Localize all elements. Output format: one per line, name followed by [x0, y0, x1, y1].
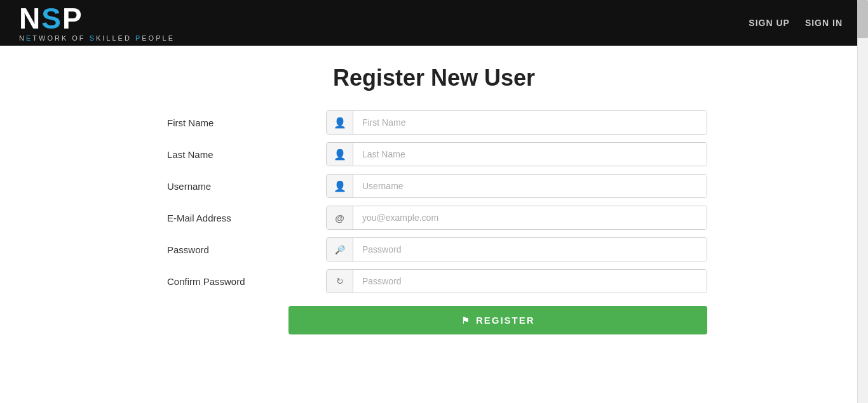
register-button-label: REGISTER: [476, 315, 535, 326]
username-label: Username: [161, 181, 326, 192]
scrollbar-track[interactable]: [857, 0, 868, 403]
refresh-icon: ↻: [327, 270, 353, 293]
submit-row: ⚑ REGISTER: [161, 301, 707, 334]
confirm-password-label: Confirm Password: [161, 276, 326, 287]
page-title: Register New User: [333, 65, 535, 91]
logo-text: NSP: [19, 4, 83, 33]
last-name-input[interactable]: [353, 143, 707, 166]
email-row: E-Mail Address @: [161, 206, 707, 230]
register-button[interactable]: ⚑ REGISTER: [288, 306, 707, 334]
confirm-password-input[interactable]: [353, 270, 707, 293]
confirm-password-input-group: ↻: [326, 269, 707, 293]
person-icon-1: 👤: [327, 111, 353, 134]
nav-links: SIGN UP SIGN IN: [749, 18, 843, 28]
at-icon: @: [327, 206, 353, 229]
flag-icon: ⚑: [461, 315, 471, 326]
signup-link[interactable]: SIGN UP: [749, 18, 790, 28]
first-name-input-group: 👤: [326, 110, 707, 135]
email-label: E-Mail Address: [161, 213, 326, 223]
key-icon: 🔎: [327, 238, 353, 261]
password-input-group: 🔎: [326, 237, 707, 261]
username-input-group: 👤: [326, 174, 707, 198]
logo-subtitle: NETWORK OF SKILLED PEOPLE: [19, 34, 175, 42]
username-row: Username 👤: [161, 174, 707, 198]
person-icon-3: 👤: [327, 175, 353, 197]
navbar: NSP NETWORK OF SKILLED PEOPLE SIGN UP SI…: [0, 0, 868, 46]
password-label: Password: [161, 244, 326, 255]
first-name-label: First Name: [161, 117, 326, 128]
person-icon-2: 👤: [327, 143, 353, 166]
email-input-group: @: [326, 206, 707, 230]
first-name-row: First Name 👤: [161, 110, 707, 135]
main-content: Register New User First Name 👤 Last Name…: [0, 46, 868, 367]
signin-link[interactable]: SIGN IN: [805, 18, 843, 28]
first-name-input[interactable]: [353, 111, 707, 134]
register-form: First Name 👤 Last Name 👤 Username 👤 E-: [161, 110, 707, 342]
last-name-row: Last Name 👤: [161, 142, 707, 166]
username-input[interactable]: [353, 175, 707, 197]
last-name-label: Last Name: [161, 149, 326, 160]
password-row: Password 🔎: [161, 237, 707, 261]
email-input[interactable]: [353, 206, 707, 229]
logo: NSP NETWORK OF SKILLED PEOPLE: [19, 4, 175, 42]
confirm-password-row: Confirm Password ↻: [161, 269, 707, 293]
scrollbar-thumb[interactable]: [857, 0, 868, 38]
last-name-input-group: 👤: [326, 142, 707, 166]
password-input[interactable]: [353, 238, 707, 261]
